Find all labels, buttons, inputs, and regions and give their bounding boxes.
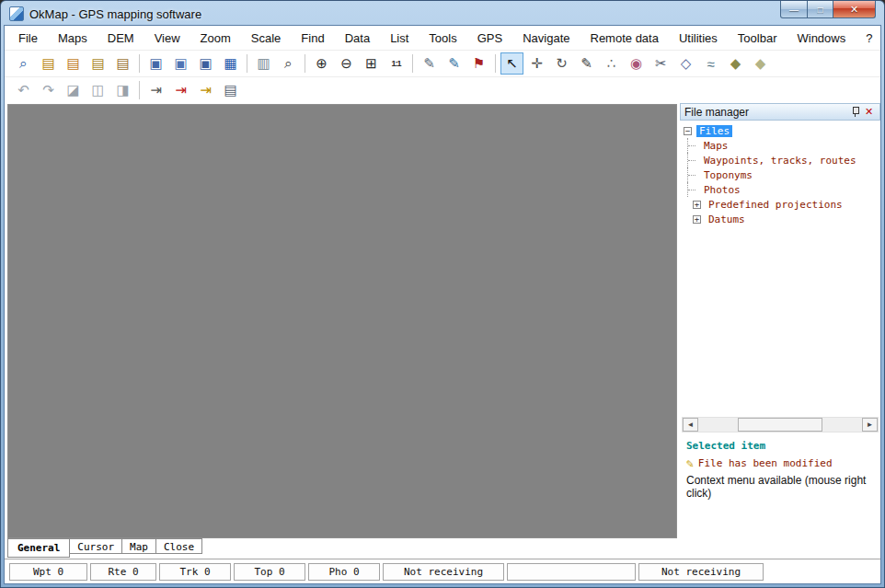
delete-item-icon[interactable]: ◨ [111,79,134,101]
modified-status-text: File has been modified [698,457,833,469]
menu-item-windows[interactable]: Windows [787,28,856,49]
menu-item-tools[interactable]: Tools [419,28,466,49]
main-content: File manager ✕ −FilesMapsWaypoints, trac… [5,103,880,538]
flag-icon[interactable]: ⚑ [467,52,490,75]
pin-panel-button[interactable] [848,106,862,119]
minimize-button[interactable]: — [780,1,808,18]
scroll-right-button[interactable]: ► [862,418,878,432]
cut-area-icon[interactable]: ✂ [649,52,672,75]
select-arrow-icon[interactable]: ↖ [500,52,523,75]
menu-item-data[interactable]: Data [335,28,380,49]
zoom-out-icon[interactable]: ⊖ [335,52,358,75]
tree-expander-predefined-projections[interactable]: + [693,201,701,209]
polygon-icon[interactable]: ◇ [674,52,697,75]
menu-item-gps[interactable]: GPS [467,28,512,49]
close-button[interactable]: ✕ [833,1,876,18]
file-manager-panel: File manager ✕ −FilesMapsWaypoints, trac… [680,103,880,538]
menu-item-view[interactable]: View [144,28,190,49]
tree-item-files[interactable]: Files [696,125,732,137]
app-icon [9,6,24,21]
window-controls: — □ ✕ [780,1,876,18]
toolbar-separator [305,54,305,73]
tree-item-waypoints-tracks-routes[interactable]: Waypoints, tracks, routes [701,155,859,167]
file-manager-title: File manager [684,106,848,119]
menu-item-file[interactable]: File [8,28,48,49]
tree-expander-datums[interactable]: + [693,215,701,224]
menu-item-utilities[interactable]: Utilities [669,28,728,49]
maximize-button[interactable]: □ [808,1,833,18]
zoom-window-icon[interactable]: ⊞ [360,52,383,75]
send-to-gps-icon[interactable]: ⇥ [169,79,192,101]
edit-note-icon[interactable]: ✎ [442,52,465,75]
save-copy-icon[interactable]: ▣ [194,52,217,75]
menu-item-dem[interactable]: DEM [98,28,144,49]
clear-layer-icon[interactable]: ◫ [86,79,109,101]
menu-item-?[interactable]: ? [856,28,881,49]
rotate-icon[interactable]: ↻ [550,52,573,75]
menu-item-remote-data[interactable]: Remote data [580,28,669,49]
tree-item-photos[interactable]: Photos [701,184,743,196]
receive-from-gps-icon[interactable]: ⇥ [194,79,217,101]
open-map-list-icon[interactable]: ▤ [37,52,60,75]
save-as-icon[interactable]: ▣ [169,52,192,75]
tree-item-datums[interactable]: Datums [706,213,748,225]
tree-item-predefined-projections[interactable]: Predefined projections [706,199,845,211]
toolbar-row-1: ⌕▤▤▤▤▣▣▣▦▥⌕⊕⊖⊞1:1✎✎⚑↖✛↻✎∴◉✂◇≈◆◆ [5,50,880,76]
selected-item-info: Selected item ✎ File has been modified C… [680,432,880,500]
organize-icon[interactable]: ▥ [252,52,275,75]
menu-item-toolbar[interactable]: Toolbar [728,28,787,49]
eraser-icon[interactable]: ◪ [62,79,85,101]
menu-item-zoom[interactable]: Zoom [190,28,241,49]
measure-icon[interactable]: ✎ [418,52,441,75]
tree-item-toponyms[interactable]: Toponyms [701,169,755,181]
tree-expander-files[interactable]: − [684,127,692,135]
context-menu-hint: Context menu available (mouse right clic… [686,474,879,500]
undo-view-icon[interactable]: ↶ [12,79,35,101]
tab-map[interactable]: Map [121,538,156,554]
diamond-icon[interactable]: ◆ [724,52,747,75]
status-routes: Rte 0 [90,563,156,581]
tab-cursor[interactable]: Cursor [69,538,122,554]
open-map-icon[interactable]: ⌕ [12,52,35,75]
menu-item-maps[interactable]: Maps [48,28,98,49]
calibrate-icon[interactable]: ▦ [219,52,242,75]
dots-tool-icon[interactable]: ∴ [600,52,623,75]
send-left-icon[interactable]: ⇥ [144,79,167,101]
move-point-icon[interactable]: ✛ [525,52,548,75]
tree-row-datums: +Datums [680,212,880,226]
menu-item-list[interactable]: List [380,28,419,49]
search-icon[interactable]: ⌕ [277,52,300,75]
menu-item-scale[interactable]: Scale [241,28,292,49]
close-files-icon[interactable]: ▤ [111,52,134,75]
scroll-thumb[interactable] [738,418,823,432]
zoom-in-icon[interactable]: ⊕ [310,52,333,75]
freehand-icon[interactable]: ≈ [699,52,722,75]
tree-row-predefined-projections: +Predefined projections [680,197,880,212]
menu-item-navigate[interactable]: Navigate [512,28,580,49]
status-waypoints: Wpt 0 [9,563,87,581]
palette-icon[interactable]: ◉ [625,52,648,75]
pencil-icon: ✎ [686,456,694,470]
properties-icon[interactable]: ▤ [219,79,242,101]
tree-horizontal-scrollbar[interactable]: ◄ ► [682,417,879,432]
status-tracks: Trk 0 [159,563,231,581]
tree-item-maps[interactable]: Maps [701,140,731,152]
save-icon[interactable]: ▣ [144,52,167,75]
status-blank [507,563,636,581]
redo-view-icon[interactable]: ↷ [37,79,60,101]
zoom-1-1-icon[interactable]: 1:1 [385,52,408,75]
scroll-left-button[interactable]: ◄ [683,418,698,432]
export-files-icon[interactable]: ▤ [86,52,109,75]
tree-row-files: −Files [680,123,880,138]
map-canvas[interactable] [7,104,677,538]
scroll-track[interactable] [698,418,862,432]
menu-item-find[interactable]: Find [291,28,334,49]
diamond-outline-icon[interactable]: ◆ [749,52,772,75]
import-files-icon[interactable]: ▤ [62,52,85,75]
tab-general[interactable]: General [7,538,70,558]
title-bar[interactable]: OkMap - GPS mapping software — □ ✕ [4,1,881,25]
tab-close[interactable]: Close [155,538,202,554]
close-panel-button[interactable]: ✕ [862,106,876,118]
draw-pencil-icon[interactable]: ✎ [575,52,598,75]
toolbar-separator [247,54,247,73]
